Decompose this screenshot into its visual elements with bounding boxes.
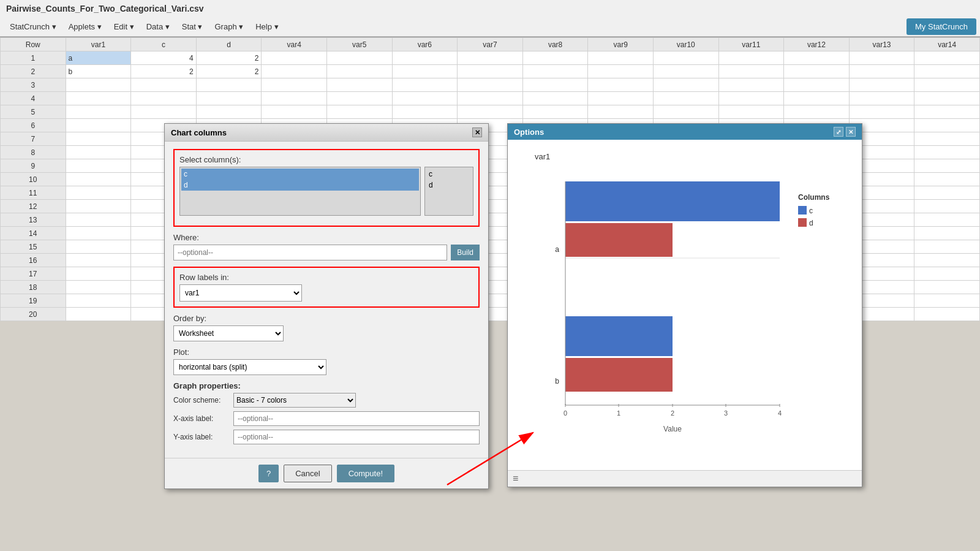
data-cell[interactable] <box>914 65 980 78</box>
menu-statcrunch[interactable]: StatCrunch ▾ <box>4 20 62 34</box>
data-cell[interactable] <box>392 92 458 105</box>
data-cell[interactable] <box>718 51 784 65</box>
menu-edit[interactable]: Edit ▾ <box>108 20 140 34</box>
col-header-var7[interactable]: var7 <box>458 38 523 51</box>
data-cell[interactable] <box>588 105 654 119</box>
row-number-cell[interactable]: 18 <box>1 281 66 294</box>
data-cell[interactable] <box>914 132 980 146</box>
help-button[interactable]: ? <box>258 465 279 482</box>
data-cell[interactable] <box>522 92 588 105</box>
data-cell[interactable] <box>392 78 458 92</box>
col-header-var13[interactable]: var13 <box>849 38 914 51</box>
data-cell[interactable] <box>458 65 523 78</box>
data-cell[interactable] <box>66 186 131 200</box>
data-cell[interactable] <box>262 78 327 92</box>
data-cell[interactable] <box>326 78 392 92</box>
col-header-var6[interactable]: var6 <box>392 38 458 51</box>
menu-graph[interactable]: Graph ▾ <box>208 20 249 34</box>
data-cell[interactable] <box>66 213 131 227</box>
data-cell[interactable] <box>914 308 980 321</box>
data-cell[interactable] <box>262 51 327 65</box>
data-cell[interactable] <box>914 173 980 186</box>
data-cell[interactable] <box>196 78 262 92</box>
data-cell[interactable] <box>914 200 980 213</box>
data-cell[interactable] <box>522 105 588 119</box>
data-cell[interactable] <box>522 78 588 92</box>
data-cell[interactable] <box>718 92 784 105</box>
hamburger-icon[interactable]: ≡ <box>513 473 518 484</box>
data-cell[interactable] <box>66 146 131 159</box>
data-cell[interactable] <box>914 213 980 227</box>
cancel-button[interactable]: Cancel <box>284 465 331 482</box>
data-cell[interactable] <box>914 281 980 294</box>
col-header-d[interactable]: d <box>196 38 262 51</box>
data-cell[interactable] <box>66 78 131 92</box>
data-cell[interactable] <box>914 254 980 267</box>
color-scheme-select[interactable]: Basic - 7 colors <box>233 393 356 408</box>
data-cell[interactable] <box>326 105 392 119</box>
data-cell[interactable] <box>66 173 131 186</box>
data-cell[interactable] <box>326 65 392 78</box>
plot-select[interactable]: horizontal bars (split) <box>173 359 326 375</box>
col-header-var14[interactable]: var14 <box>914 38 980 51</box>
data-cell[interactable] <box>522 65 588 78</box>
x-axis-input[interactable] <box>233 411 480 426</box>
row-number-cell[interactable]: 5 <box>1 105 66 119</box>
row-number-cell[interactable]: 19 <box>1 294 66 308</box>
col-header-var10[interactable]: var10 <box>653 38 718 51</box>
data-cell[interactable] <box>784 92 850 105</box>
options-close-icon[interactable]: ✕ <box>846 127 856 137</box>
row-number-cell[interactable]: 2 <box>1 65 66 78</box>
data-cell[interactable] <box>718 105 784 119</box>
where-input[interactable] <box>173 245 447 260</box>
row-number-cell[interactable]: 8 <box>1 146 66 159</box>
data-cell[interactable] <box>66 254 131 267</box>
data-cell[interactable] <box>66 267 131 281</box>
col-header-var1[interactable]: var1 <box>66 38 131 51</box>
data-cell[interactable]: b <box>66 65 131 78</box>
data-cell[interactable] <box>262 92 327 105</box>
row-number-cell[interactable]: 16 <box>1 254 66 267</box>
data-cell[interactable] <box>849 51 914 65</box>
data-cell[interactable] <box>914 294 980 308</box>
left-col-list[interactable]: c d <box>179 167 421 216</box>
col-list-item-c-left[interactable]: c <box>181 169 419 180</box>
data-cell[interactable] <box>914 186 980 200</box>
data-cell[interactable]: 2 <box>131 65 197 78</box>
data-cell[interactable] <box>588 51 654 65</box>
row-number-cell[interactable]: 12 <box>1 200 66 213</box>
row-number-cell[interactable]: 13 <box>1 213 66 227</box>
data-cell[interactable] <box>392 105 458 119</box>
data-cell[interactable] <box>914 240 980 254</box>
data-cell[interactable] <box>849 105 914 119</box>
col-list-item-d-right[interactable]: d <box>426 180 472 191</box>
row-number-cell[interactable]: 1 <box>1 51 66 65</box>
data-cell[interactable] <box>784 65 850 78</box>
data-cell[interactable] <box>458 92 523 105</box>
data-cell[interactable] <box>458 78 523 92</box>
data-cell[interactable] <box>653 65 718 78</box>
col-header-c[interactable]: c <box>131 38 197 51</box>
data-cell[interactable] <box>588 92 654 105</box>
data-cell[interactable] <box>914 146 980 159</box>
data-cell[interactable] <box>458 51 523 65</box>
data-cell[interactable] <box>653 105 718 119</box>
data-cell[interactable] <box>653 78 718 92</box>
data-cell[interactable] <box>131 78 197 92</box>
order-by-select[interactable]: Worksheet <box>173 325 284 341</box>
data-cell[interactable] <box>131 92 197 105</box>
data-cell[interactable] <box>66 240 131 254</box>
data-cell[interactable] <box>131 105 197 119</box>
menu-help[interactable]: Help ▾ <box>249 20 284 34</box>
row-number-cell[interactable]: 20 <box>1 308 66 321</box>
col-header-var9[interactable]: var9 <box>588 38 654 51</box>
data-cell[interactable] <box>849 78 914 92</box>
data-cell[interactable] <box>66 308 131 321</box>
col-header-var12[interactable]: var12 <box>784 38 850 51</box>
col-header-var5[interactable]: var5 <box>326 38 392 51</box>
row-number-cell[interactable]: 7 <box>1 132 66 146</box>
data-cell[interactable] <box>66 132 131 146</box>
data-cell[interactable] <box>326 92 392 105</box>
data-cell[interactable] <box>914 267 980 281</box>
data-cell[interactable] <box>522 51 588 65</box>
